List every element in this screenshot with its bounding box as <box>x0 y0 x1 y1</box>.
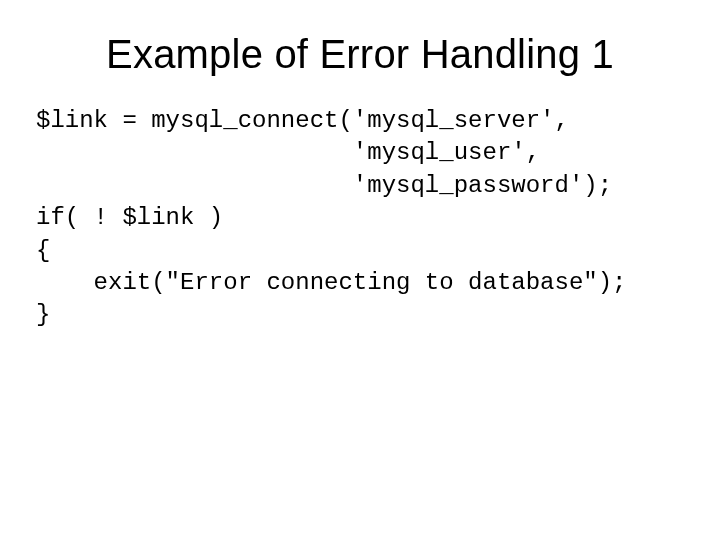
code-line: 'mysql_password'); <box>36 172 612 199</box>
code-line: 'mysql_user', <box>36 139 540 166</box>
code-line: if( ! $link ) <box>36 204 223 231</box>
code-line: exit("Error connecting to database"); <box>36 269 627 296</box>
code-line: { <box>36 237 50 264</box>
code-block: $link = mysql_connect('mysql_server', 'm… <box>36 105 672 332</box>
slide: Example of Error Handling 1 $link = mysq… <box>0 0 720 540</box>
code-line: $link = mysql_connect('mysql_server', <box>36 107 569 134</box>
slide-title: Example of Error Handling 1 <box>48 32 672 77</box>
code-line: } <box>36 301 50 328</box>
